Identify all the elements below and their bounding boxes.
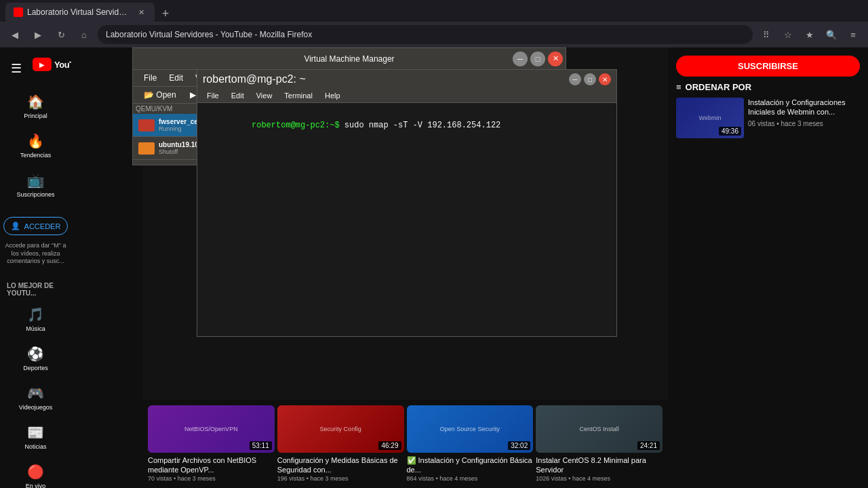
new-tab-button[interactable]: +	[157, 5, 174, 22]
main-layout: ☰ YouTube 🏠 Principal 🔥 Tendencias 📺 Sus…	[0, 47, 868, 488]
related-video-1[interactable]: Webmin 49:36 Instalación y Configuracion…	[676, 98, 860, 138]
terminal-menubar: File Edit View Terminal Help	[197, 89, 616, 103]
sports-icon: ⚽	[27, 346, 44, 362]
sidebar-item-videojuegos[interactable]: 🎮 Videojuegos	[5, 378, 66, 418]
youtube-right-panel: SUSCRIBIRSE ≡ ORDENAR POR Webmin 49:36 I…	[668, 47, 868, 488]
extensions-button[interactable]: ⠿	[757, 25, 776, 44]
youtube-logo[interactable]: YouTube	[27, 58, 71, 71]
back-button[interactable]: ◀	[5, 25, 24, 44]
search-button[interactable]: 🔍	[822, 25, 841, 44]
video-thumb-meta-3: 864 vistas • hace 4 meses	[407, 475, 534, 482]
channel-info: SUSCRIBIRSE ≡ ORDENAR POR Webmin 49:36 I…	[668, 47, 868, 150]
access-info-text: Accede para dar "M" a los vídeos, realiz…	[0, 239, 71, 268]
video-thumb-meta-4: 1026 vistas • hace 4 meses	[536, 475, 663, 482]
video-thumb-meta-1: 70 vistas • hace 3 meses	[148, 475, 275, 482]
sidebar-item-tendencias[interactable]: 🔥 Tendencias	[5, 126, 66, 165]
trending-icon: 🔥	[27, 133, 44, 149]
sidebar-item-en-vivo[interactable]: 🔴 En vivo	[5, 457, 66, 488]
music-label: Música	[26, 325, 45, 332]
terminal-titlebar: robertom@mg-pc2: ~ ─ □ ✕	[197, 70, 616, 89]
sidebar-item-musica[interactable]: 🎵 Música	[5, 300, 66, 339]
subscribe-button[interactable]: SUSCRIBIRSE	[676, 56, 860, 77]
vmm-minimize-button[interactable]: ─	[513, 52, 528, 66]
terminal-minimize-button[interactable]: ─	[569, 73, 581, 85]
terminal-menu-help[interactable]: Help	[319, 90, 346, 101]
terminal-body[interactable]: robertom@mg-pc2:~$ sudo nmap -sT -V 192.…	[197, 103, 616, 336]
youtube-sidebar: ☰ YouTube 🏠 Principal 🔥 Tendencias 📺 Sus…	[0, 47, 71, 488]
video-thumb-card-3[interactable]: Open Source Security 32:02 ✅ Instalación…	[407, 405, 534, 483]
live-label: En vivo	[26, 483, 46, 488]
subscriptions-label: Suscripciones	[16, 191, 54, 198]
terminal-maximize-button[interactable]: □	[584, 73, 596, 85]
video-thumb-img-3: Open Source Security 32:02	[407, 405, 534, 453]
best-of-section-label: LO MEJOR DE YOUTU...	[0, 277, 71, 300]
menu-button[interactable]: ≡	[844, 25, 863, 44]
access-icon: 👤	[11, 222, 20, 230]
video-thumb-card-1[interactable]: NetBIOS/OpenVPN 53:11 Compartir Archivos…	[148, 405, 275, 483]
video-thumb-title-3: ✅ Instalación y Configuración Básica de.…	[407, 455, 534, 475]
tab-favicon	[14, 7, 23, 17]
vmm-menu-edit[interactable]: Edit	[163, 72, 189, 84]
vmm-window-buttons: ─ □ ✕	[513, 52, 563, 66]
video-thumb-img-2: Security Config 46:29	[277, 405, 404, 453]
tab-close-button[interactable]: ✕	[136, 7, 146, 18]
sort-by-button[interactable]: ≡ ORDENAR POR	[676, 82, 860, 92]
browser-toolbar: ◀ ▶ ↻ ⌂ Laboratorio Virtual Servidores -…	[0, 22, 868, 47]
sidebar-item-deportes[interactable]: ⚽ Deportes	[5, 339, 66, 378]
vmm-titlebar: Virtual Machine Manager ─ □ ✕	[133, 48, 566, 70]
terminal-close-button[interactable]: ✕	[599, 73, 611, 85]
terminal-command: sudo nmap -sT -V 192.168.254.122	[340, 121, 501, 130]
browser-chrome: Laboratorio Virtual Servidore... ✕ + ◀ ▶…	[0, 0, 868, 47]
thumb-duration-4: 24:21	[637, 441, 660, 450]
sort-icon: ≡	[676, 82, 682, 92]
tab-title: Laboratorio Virtual Servidore...	[27, 7, 130, 17]
reload-button[interactable]: ↻	[52, 25, 71, 44]
music-icon: 🎵	[27, 306, 44, 323]
vmm-toolbar-open[interactable]: 📂 Open	[138, 89, 182, 101]
sports-label: Deportes	[23, 365, 48, 371]
gaming-icon: 🎮	[27, 385, 44, 401]
terminal-prompt: robertom@mg-pc2:~$	[252, 121, 340, 130]
video-thumb-meta-2: 196 vistas • hace 3 meses	[277, 475, 404, 482]
vmm-menu-file[interactable]: File	[138, 72, 162, 84]
video-thumb-title-4: Instalar CentOS 8.2 Minimal para Servido…	[536, 455, 663, 475]
terminal-window: robertom@mg-pc2: ~ ─ □ ✕ File Edit View …	[197, 69, 617, 337]
youtube-logo-icon	[33, 58, 52, 71]
related-info-1: Instalación y Configuraciones Iniciales …	[748, 98, 860, 138]
star-button[interactable]: ★	[800, 25, 819, 44]
access-button[interactable]: 👤 ACCEDER	[3, 217, 68, 235]
thumb-duration-3: 32:02	[508, 441, 530, 450]
video-thumbnails-row: NetBIOS/OpenVPN 53:11 Compartir Archivos…	[142, 400, 668, 488]
active-tab[interactable]: Laboratorio Virtual Servidore... ✕	[5, 3, 155, 22]
sidebar-item-suscripciones[interactable]: 📺 Suscripciones	[5, 165, 66, 205]
vmm-vm-ubuntu[interactable]: ubuntu19.10 Shutoff	[133, 137, 203, 160]
sidebar-item-noticias[interactable]: 📰 Noticias	[5, 418, 66, 457]
thumb-duration-2: 46:29	[378, 441, 401, 450]
bookmark-button[interactable]: ☆	[778, 25, 797, 44]
video-thumb-card-2[interactable]: Security Config 46:29 Configuración y Me…	[277, 405, 404, 483]
terminal-menu-edit[interactable]: Edit	[226, 90, 250, 101]
live-icon: 🔴	[27, 464, 44, 480]
home-button[interactable]: ⌂	[75, 25, 94, 44]
vmm-vm-fwserver[interactable]: fwserver_centOS8 Running	[133, 114, 203, 137]
news-icon: 📰	[27, 424, 44, 441]
vmm-vm-list: QEMU/KVM fwserver_centOS8 Running ubuntu…	[133, 104, 204, 165]
related-meta-1: 06 vistas • hace 3 meses	[748, 120, 860, 127]
terminal-menu-terminal[interactable]: Terminal	[279, 90, 318, 101]
thumb-duration-1: 53:11	[250, 441, 272, 450]
hamburger-menu-button[interactable]: ☰	[5, 56, 27, 81]
home-icon: 🏠	[27, 94, 44, 110]
sidebar-item-principal[interactable]: 🏠 Principal	[5, 87, 66, 126]
sidebar-top-row: ☰ YouTube	[0, 53, 71, 87]
address-bar[interactable]: Laboratorio Virtual Servidores - YouTube…	[98, 25, 753, 44]
related-duration-1: 49:36	[719, 127, 741, 136]
forward-button[interactable]: ▶	[28, 25, 47, 44]
vmm-maximize-button[interactable]: □	[530, 52, 545, 66]
toolbar-right: ⠿ ☆ ★ 🔍 ≡	[757, 25, 863, 44]
terminal-menu-view[interactable]: View	[251, 90, 278, 101]
terminal-menu-file[interactable]: File	[201, 90, 224, 101]
gaming-label: Videojuegos	[19, 404, 52, 411]
access-label: ACCEDER	[24, 222, 61, 230]
video-thumb-card-4[interactable]: CentOS Install 24:21 Instalar CentOS 8.2…	[536, 405, 663, 483]
vmm-close-button[interactable]: ✕	[548, 52, 563, 66]
